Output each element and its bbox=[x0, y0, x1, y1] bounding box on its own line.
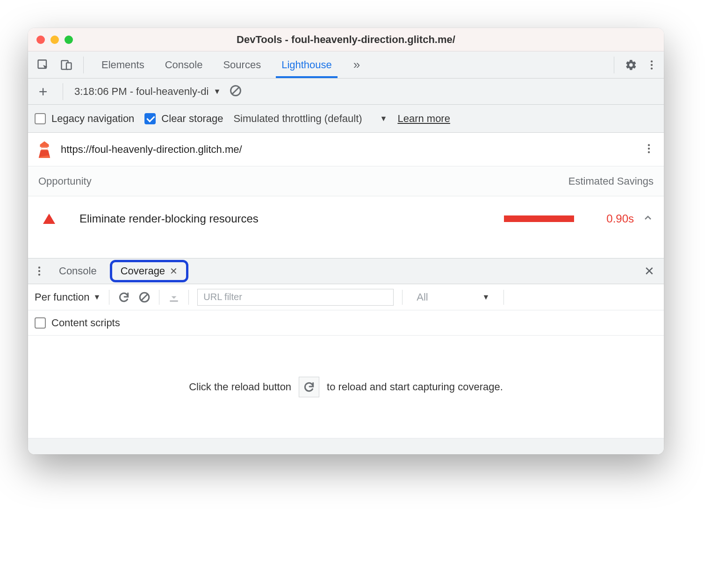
svg-point-16 bbox=[38, 266, 40, 268]
report-header: https://foul-heavenly-direction.glitch.m… bbox=[28, 133, 664, 166]
clear-storage-label: Clear storage bbox=[161, 113, 223, 125]
url-filter-input[interactable]: URL filter bbox=[197, 289, 394, 306]
divider bbox=[83, 57, 84, 73]
url-filter-placeholder: URL filter bbox=[203, 292, 242, 302]
coverage-hint-right: to reload and start capturing coverage. bbox=[327, 381, 503, 393]
svg-point-15 bbox=[648, 151, 650, 153]
type-filter-selector[interactable]: All ▼ bbox=[411, 291, 495, 303]
divider bbox=[63, 83, 63, 100]
report-selector[interactable]: 3:18:06 PM - foul-heavenly-di ▼ bbox=[74, 86, 221, 98]
savings-bar bbox=[504, 215, 574, 222]
footer-strip bbox=[28, 438, 664, 454]
svg-rect-21 bbox=[170, 300, 178, 301]
opportunity-header: Opportunity Estimated Savings bbox=[28, 166, 664, 196]
svg-point-3 bbox=[651, 60, 653, 62]
drawer-tab-coverage-label: Coverage bbox=[121, 265, 165, 277]
divider bbox=[188, 290, 189, 305]
new-report-button[interactable]: + bbox=[35, 84, 51, 99]
collapse-icon[interactable] bbox=[642, 212, 654, 225]
drawer-menu-icon[interactable] bbox=[33, 262, 46, 280]
clear-icon[interactable] bbox=[229, 84, 242, 99]
svg-line-7 bbox=[232, 87, 239, 94]
lighthouse-subbar: + 3:18:06 PM - foul-heavenly-di ▼ bbox=[28, 79, 664, 105]
close-tab-icon[interactable]: ✕ bbox=[170, 265, 178, 277]
more-tabs-icon[interactable]: » bbox=[347, 57, 367, 72]
stop-icon[interactable] bbox=[138, 291, 151, 303]
drawer-tab-console[interactable]: Console bbox=[50, 262, 105, 280]
content-scripts-checkbox[interactable]: Content scripts bbox=[35, 317, 120, 329]
divider bbox=[159, 290, 159, 305]
lighthouse-logo-icon bbox=[36, 141, 52, 158]
type-filter-label: All bbox=[417, 291, 428, 303]
divider bbox=[109, 290, 109, 305]
divider bbox=[503, 290, 504, 305]
tab-lighthouse[interactable]: Lighthouse bbox=[271, 51, 342, 78]
throttling-selector[interactable]: Simulated throttling (default) ▼ bbox=[233, 113, 387, 125]
tab-console[interactable]: Console bbox=[155, 51, 213, 78]
divider bbox=[614, 57, 614, 73]
granularity-label: Per function bbox=[35, 291, 89, 303]
drawer-tabbar: Console Coverage ✕ ✕ bbox=[28, 258, 664, 284]
dropdown-icon: ▼ bbox=[380, 115, 388, 123]
coverage-hint-left: Click the reload button bbox=[189, 381, 291, 393]
savings-value: 0.90s bbox=[582, 212, 634, 225]
close-window-button[interactable] bbox=[36, 36, 45, 44]
throttling-label: Simulated throttling (default) bbox=[233, 113, 362, 125]
report-url: https://foul-heavenly-direction.glitch.m… bbox=[61, 143, 634, 156]
main-tablist: Elements Console Sources Lighthouse bbox=[91, 51, 342, 78]
svg-line-20 bbox=[141, 294, 148, 300]
svg-point-17 bbox=[38, 270, 40, 272]
opportunity-row[interactable]: Eliminate render-blocking resources 0.90… bbox=[28, 196, 664, 241]
coverage-toolbar: Per function ▼ URL filter All ▼ bbox=[28, 284, 664, 310]
coverage-body: Click the reload button to reload and st… bbox=[28, 336, 664, 438]
close-drawer-icon[interactable]: ✕ bbox=[640, 264, 659, 279]
fail-triangle-icon bbox=[43, 214, 55, 224]
lighthouse-options: Legacy navigation Clear storage Simulate… bbox=[28, 105, 664, 133]
svg-point-5 bbox=[651, 67, 653, 69]
titlebar: DevTools - foul-heavenly-direction.glitc… bbox=[28, 28, 664, 51]
svg-point-14 bbox=[648, 147, 650, 149]
minimize-window-button[interactable] bbox=[50, 36, 59, 44]
device-toggle-icon[interactable] bbox=[57, 56, 76, 74]
opportunity-header-right: Estimated Savings bbox=[568, 175, 654, 187]
svg-marker-8 bbox=[40, 141, 49, 147]
settings-icon[interactable] bbox=[622, 56, 640, 74]
svg-point-13 bbox=[648, 144, 650, 146]
drawer-tab-coverage[interactable]: Coverage ✕ bbox=[110, 260, 188, 282]
clear-storage-checkbox[interactable]: Clear storage bbox=[144, 113, 223, 125]
export-icon bbox=[168, 291, 180, 303]
dropdown-icon: ▼ bbox=[213, 87, 221, 96]
zoom-window-button[interactable] bbox=[65, 36, 73, 44]
window-title: DevTools - foul-heavenly-direction.glitc… bbox=[28, 34, 664, 46]
legacy-navigation-checkbox[interactable]: Legacy navigation bbox=[35, 113, 134, 125]
svg-point-18 bbox=[38, 273, 40, 275]
report-selector-label: 3:18:06 PM - foul-heavenly-di bbox=[74, 86, 209, 98]
dropdown-icon: ▼ bbox=[93, 293, 101, 301]
content-scripts-label: Content scripts bbox=[51, 317, 120, 329]
legacy-navigation-label: Legacy navigation bbox=[51, 113, 134, 125]
svg-point-4 bbox=[651, 64, 653, 65]
learn-more-link[interactable]: Learn more bbox=[397, 113, 450, 125]
opportunity-header-left: Opportunity bbox=[38, 175, 92, 187]
report-menu-icon[interactable] bbox=[642, 143, 655, 157]
coverage-options: Content scripts bbox=[28, 310, 664, 336]
divider bbox=[402, 290, 403, 305]
opportunity-title: Eliminate render-blocking resources bbox=[79, 212, 259, 225]
svg-rect-10 bbox=[41, 147, 48, 149]
main-menu-icon[interactable] bbox=[645, 56, 658, 74]
inspect-element-icon[interactable] bbox=[34, 56, 52, 74]
main-tabbar: Elements Console Sources Lighthouse » bbox=[28, 51, 664, 79]
devtools-window: DevTools - foul-heavenly-direction.glitc… bbox=[28, 28, 664, 454]
svg-rect-2 bbox=[66, 63, 72, 69]
dropdown-icon: ▼ bbox=[482, 293, 489, 301]
traffic-lights bbox=[36, 36, 73, 44]
reload-icon[interactable] bbox=[118, 291, 130, 303]
reload-hint-button[interactable] bbox=[299, 377, 319, 397]
granularity-selector[interactable]: Per function ▼ bbox=[35, 291, 101, 303]
tab-elements[interactable]: Elements bbox=[91, 51, 155, 78]
tab-sources[interactable]: Sources bbox=[213, 51, 271, 78]
